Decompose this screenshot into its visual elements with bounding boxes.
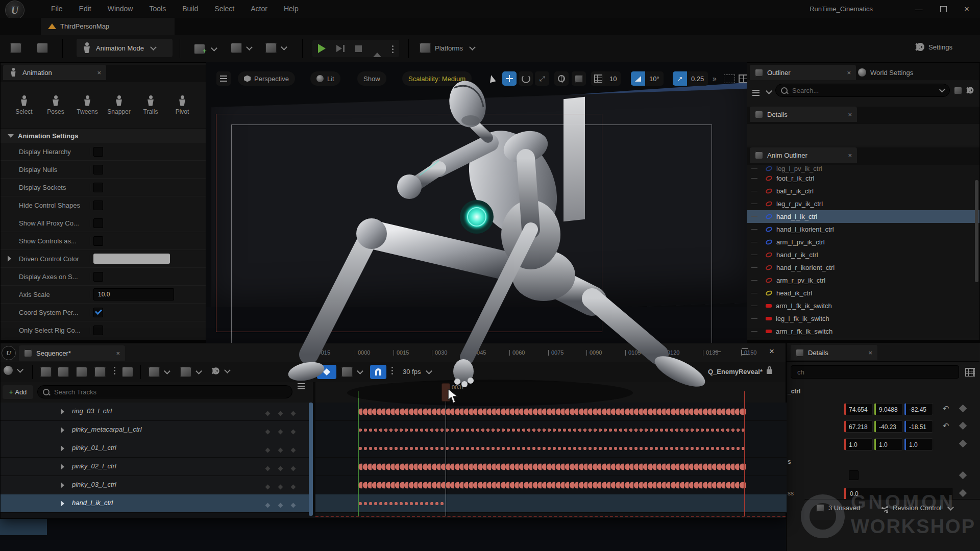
world-coord-toggle[interactable] xyxy=(554,71,569,86)
keyframe-dots[interactable] xyxy=(358,482,746,489)
seq-wrench-dropdown[interactable] xyxy=(149,367,169,377)
section-animation-settings[interactable]: Animation Settings xyxy=(1,129,206,143)
keyframe-dots[interactable] xyxy=(358,408,746,415)
settings-dropdown[interactable]: Settings xyxy=(916,43,952,51)
tool-poses[interactable]: Poses xyxy=(41,95,70,115)
display-axes-checkbox[interactable] xyxy=(93,272,103,282)
driven-control-color-swatch[interactable] xyxy=(93,254,170,264)
list-item[interactable]: hand_r_ik_ctrl xyxy=(747,248,979,261)
keyframe-dots[interactable] xyxy=(358,463,746,470)
cinematics-button[interactable] xyxy=(265,43,286,53)
seq-actor-tree-icon[interactable] xyxy=(122,367,133,377)
value-x-field[interactable]: 74.654 xyxy=(844,403,873,415)
coord-system-checkbox[interactable] xyxy=(93,308,103,317)
add-keyframe-icon[interactable] xyxy=(959,405,967,413)
close-icon[interactable]: × xyxy=(97,69,101,77)
menu-edit[interactable]: Edit xyxy=(71,0,100,18)
list-item[interactable]: arm_r_fk_ik_switch xyxy=(747,325,979,338)
keyframe-dots[interactable] xyxy=(358,446,746,450)
only-select-rig-checkbox[interactable] xyxy=(93,325,103,335)
perspective-dropdown[interactable]: Perspective xyxy=(238,71,295,86)
scrollbar[interactable] xyxy=(975,180,978,282)
tab-animation[interactable]: Animation × xyxy=(3,65,106,80)
track-filter-icon[interactable] xyxy=(298,383,305,384)
scale-snap-group[interactable]: ↗ 0.25 xyxy=(673,71,708,86)
value-x-field[interactable]: 1.0 xyxy=(844,438,873,450)
keyframe-dots[interactable] xyxy=(358,428,746,432)
misc-value-field[interactable]: 0.0 xyxy=(844,488,952,500)
frame-skip-icon[interactable] xyxy=(336,45,345,52)
seq-visibility-dropdown[interactable] xyxy=(180,367,201,377)
tool-trails[interactable]: Trails xyxy=(136,95,165,115)
unreal-logo-icon[interactable]: U xyxy=(5,1,24,20)
tab-outliner[interactable]: Outliner × xyxy=(750,65,856,80)
tab-details[interactable]: Details × xyxy=(791,345,877,360)
add-keyframe-icon[interactable] xyxy=(959,440,967,448)
fps-dropdown[interactable]: 30 fps xyxy=(403,368,431,375)
menu-tools[interactable]: Tools xyxy=(141,0,174,18)
menu-build[interactable]: Build xyxy=(174,0,206,18)
save-icon[interactable] xyxy=(10,43,21,53)
show-dropdown[interactable]: Show xyxy=(357,71,386,86)
minimize-button[interactable]: — xyxy=(909,0,929,18)
snap-options-kebab-icon[interactable] xyxy=(391,367,393,368)
keyframe-dots[interactable] xyxy=(358,502,445,506)
track-row[interactable]: pinky_03_l_ctrl xyxy=(1,476,787,494)
tool-snapper[interactable]: Snapper xyxy=(104,95,134,115)
scalability-button[interactable]: Scalability: Medium xyxy=(402,71,472,86)
close-icon[interactable]: × xyxy=(848,152,852,159)
add-keyframe-icon[interactable] xyxy=(959,422,967,430)
play-options-kebab-icon[interactable] xyxy=(392,45,394,47)
maximize-button[interactable] xyxy=(933,0,953,18)
expander-icon[interactable] xyxy=(61,409,64,415)
reset-icon[interactable]: ↶ xyxy=(943,421,949,431)
seq-kebab-icon[interactable] xyxy=(114,367,115,368)
list-item[interactable]: hand_r_ikorient_ctrl xyxy=(747,261,979,274)
list-item[interactable]: head_ik_ctrl xyxy=(747,287,979,299)
unsaved-button[interactable]: 3 Unsaved xyxy=(816,504,860,512)
list-item[interactable]: arm_l_fk_ik_switch xyxy=(747,299,979,312)
expander-icon[interactable] xyxy=(61,427,64,433)
search-tracks[interactable] xyxy=(37,385,292,398)
close-icon[interactable]: × xyxy=(116,349,120,357)
expander-icon[interactable] xyxy=(61,464,64,470)
filter-icon[interactable] xyxy=(752,90,760,91)
misc-checkbox[interactable] xyxy=(849,470,859,480)
scale-tool[interactable]: ⤢ xyxy=(535,71,549,86)
add-keyframe-icon[interactable] xyxy=(959,471,967,480)
seq-camera-icon[interactable] xyxy=(76,367,87,377)
axis-scale-field[interactable]: 10.0 xyxy=(93,288,174,300)
menu-window[interactable]: Window xyxy=(100,0,141,18)
show-controls-as-checkbox[interactable] xyxy=(93,236,103,246)
lock-icon[interactable] xyxy=(767,369,772,374)
track-row[interactable]: pinky_metacarpal_l_ctrl xyxy=(1,421,787,439)
outliner-settings-gear-icon[interactable] xyxy=(967,87,974,94)
tool-pivot[interactable]: Pivot xyxy=(167,95,197,115)
expander-icon[interactable] xyxy=(8,256,11,262)
tab-thirdpersonmap[interactable]: ThirdPersonMap xyxy=(41,18,175,35)
playhead-line[interactable] xyxy=(446,400,446,516)
rotate-tool[interactable] xyxy=(519,71,533,86)
track-row[interactable]: ring_03_l_ctrl xyxy=(1,403,787,421)
play-icon[interactable] xyxy=(318,44,326,53)
display-options-grid-icon[interactable] xyxy=(965,368,975,377)
close-icon[interactable]: × xyxy=(848,111,852,118)
value-z-field[interactable]: -82.45 xyxy=(904,403,933,415)
expander-icon[interactable] xyxy=(61,500,64,507)
tool-tweens[interactable]: Tweens xyxy=(72,95,102,115)
grid-snap-group[interactable]: 10 xyxy=(591,71,621,86)
details-search[interactable] xyxy=(791,365,959,379)
track-row-selected[interactable]: hand_l_ik_ctrl xyxy=(1,494,787,513)
platforms-dropdown[interactable]: Platforms xyxy=(420,43,475,53)
list-item[interactable]: leg_l_pv_ik_ctrl xyxy=(747,165,979,172)
value-y-field[interactable]: 9.0488 xyxy=(874,403,903,415)
new-folder-icon[interactable] xyxy=(954,87,962,94)
list-item[interactable]: leg_r_pv_ik_ctrl xyxy=(747,197,979,210)
details-search-input[interactable] xyxy=(796,368,953,377)
show-all-proxy-checkbox[interactable] xyxy=(93,218,103,228)
tab-details-top[interactable]: Details × xyxy=(750,107,857,122)
reset-icon[interactable]: ↶ xyxy=(943,404,949,413)
seq-browse-icon[interactable] xyxy=(58,367,69,377)
edit-mode-dropdown[interactable] xyxy=(341,367,362,377)
close-icon[interactable]: × xyxy=(847,69,851,77)
